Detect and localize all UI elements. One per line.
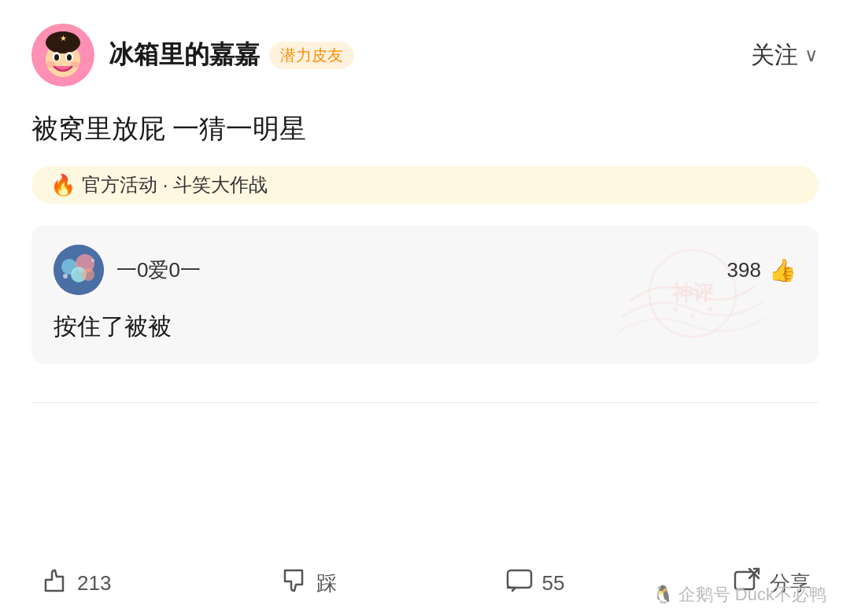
svg-text:★: ★ bbox=[60, 34, 67, 42]
user-meta: 冰箱里的嘉嘉 潜力皮友 bbox=[109, 38, 354, 72]
svg-point-10 bbox=[71, 61, 80, 68]
comment-username: 一0爱0一 bbox=[116, 256, 201, 284]
penguin-icon: 🐧 bbox=[652, 585, 674, 605]
comment-action[interactable]: 55 bbox=[504, 566, 565, 600]
thumbs-up-icon[interactable]: 👍 bbox=[769, 257, 796, 283]
main-container: ★ 冰箱里的嘉嘉 潜力皮友 关注 ∨ 被窝里放屁 一猜一明星 🔥 官方活动 · … bbox=[0, 0, 850, 616]
dislike-action[interactable]: 踩 bbox=[279, 566, 337, 600]
dislike-icon bbox=[279, 566, 309, 600]
comment-likes: 398 👍 bbox=[727, 257, 796, 283]
svg-point-18 bbox=[91, 259, 94, 262]
comment-like-count: 398 bbox=[727, 258, 761, 282]
header-row: ★ 冰箱里的嘉嘉 潜力皮友 关注 ∨ bbox=[31, 24, 819, 87]
comment-header: 一0爱0一 398 👍 bbox=[54, 245, 796, 295]
comment-icon bbox=[504, 566, 534, 600]
like-icon bbox=[39, 566, 69, 600]
comment-text: 按住了被被 bbox=[54, 308, 796, 345]
follow-button[interactable]: 关注 bbox=[751, 39, 798, 72]
fire-icon: 🔥 bbox=[50, 173, 76, 197]
svg-rect-24 bbox=[508, 570, 531, 588]
comment-user: 一0爱0一 bbox=[54, 245, 201, 295]
post-title: 被窝里放屁 一猜一明星 bbox=[31, 109, 819, 149]
svg-point-8 bbox=[67, 54, 72, 61]
user-tag: 潜力皮友 bbox=[269, 42, 354, 69]
like-action[interactable]: 213 bbox=[39, 566, 111, 600]
watermark-text: 企鹅号 Duck不必鸭 bbox=[678, 583, 826, 607]
bottom-watermark: 🐧 企鹅号 Duck不必鸭 bbox=[652, 583, 826, 607]
dislike-label: 踩 bbox=[316, 570, 337, 597]
activity-tag[interactable]: 🔥 官方活动 · 斗笑大作战 bbox=[31, 166, 819, 204]
divider bbox=[31, 402, 819, 403]
activity-label: 官方活动 · 斗笑大作战 bbox=[82, 172, 268, 197]
comment-card: 一0爱0一 398 👍 按住了被被 神评 bbox=[31, 226, 819, 364]
username: 冰箱里的嘉嘉 bbox=[109, 38, 260, 72]
like-count: 213 bbox=[77, 571, 111, 596]
avatar[interactable]: ★ bbox=[31, 24, 94, 87]
comment-avatar[interactable] bbox=[54, 245, 104, 295]
comment-count: 55 bbox=[542, 571, 565, 596]
chevron-down-icon[interactable]: ∨ bbox=[804, 44, 819, 66]
svg-point-16 bbox=[82, 268, 94, 281]
user-info: ★ 冰箱里的嘉嘉 潜力皮友 bbox=[31, 24, 354, 87]
svg-point-17 bbox=[63, 274, 68, 278]
follow-area: 关注 ∨ bbox=[751, 39, 819, 72]
svg-point-9 bbox=[46, 61, 55, 68]
svg-point-7 bbox=[54, 54, 59, 61]
